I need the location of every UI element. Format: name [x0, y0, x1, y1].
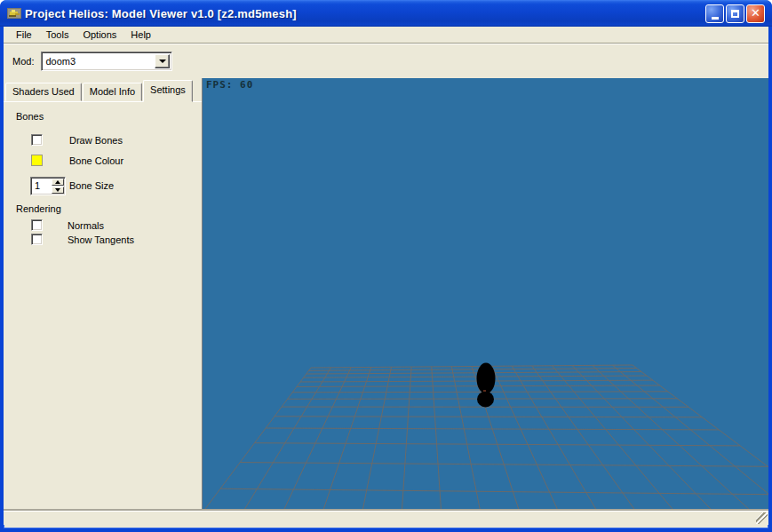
bone-size-down-button[interactable] — [52, 187, 64, 194]
tab-strip: Shaders Used Model Info Settings — [4, 78, 202, 101]
maximize-icon — [731, 10, 739, 18]
model-silhouette — [203, 78, 768, 511]
draw-bones-checkbox[interactable] — [31, 134, 43, 146]
show-tangents-label: Show Tangents — [68, 234, 134, 245]
tab-shaders-used[interactable]: Shaders Used — [5, 83, 82, 101]
title-bar[interactable]: Project Helios: Model Viewer v1.0 [z2.md… — [0, 0, 772, 27]
minimize-button[interactable] — [705, 4, 724, 23]
menu-file[interactable]: File — [9, 28, 39, 42]
model-viewport[interactable]: FPS: 60 — [203, 78, 768, 511]
maximize-button[interactable] — [726, 4, 744, 23]
status-bar — [4, 511, 768, 525]
menu-help[interactable]: Help — [123, 28, 158, 42]
mod-toolbar: Mod: doom3 — [4, 43, 768, 78]
tab-model-info[interactable]: Model Info — [83, 83, 142, 101]
menu-bar: File Tools Options Help — [4, 27, 768, 43]
normals-checkbox[interactable] — [31, 219, 43, 231]
bone-size-up-button[interactable] — [52, 179, 64, 186]
fps-counter: FPS: 60 — [206, 79, 253, 91]
menu-options[interactable]: Options — [76, 28, 123, 42]
minimize-icon — [712, 17, 719, 20]
menu-tools[interactable]: Tools — [39, 28, 76, 42]
mod-label: Mod: — [12, 56, 34, 67]
arrow-down-icon — [55, 188, 60, 192]
normals-label: Normals — [68, 220, 104, 231]
close-icon: ✕ — [751, 7, 760, 19]
mod-combobox-value: doom3 — [45, 56, 76, 67]
chevron-down-icon — [159, 60, 166, 63]
rendering-section-heading: Rendering — [16, 203, 61, 214]
mod-combobox[interactable]: doom3 — [41, 52, 172, 71]
bone-size-label: Bone Size — [69, 180, 114, 191]
app-icon — [7, 6, 21, 20]
mod-combobox-dropdown-button[interactable] — [155, 54, 170, 68]
arrow-up-icon — [55, 180, 60, 184]
bone-size-spinner[interactable]: 1 — [30, 177, 66, 195]
bone-colour-swatch[interactable] — [31, 155, 43, 166]
side-panel: Shaders Used Model Info Settings Bones D… — [4, 78, 203, 511]
bones-section-heading: Bones — [16, 111, 44, 122]
window-title: Project Helios: Model Viewer v1.0 [z2.md… — [25, 7, 705, 20]
tab-settings[interactable]: Settings — [143, 80, 193, 102]
show-tangents-checkbox[interactable] — [31, 234, 43, 245]
bone-colour-label: Bone Colour — [69, 155, 123, 166]
resize-grip[interactable] — [756, 512, 768, 524]
app-window: Project Helios: Model Viewer v1.0 [z2.md… — [0, 0, 772, 532]
close-button[interactable]: ✕ — [746, 4, 765, 23]
draw-bones-label: Draw Bones — [69, 135, 123, 146]
settings-panel: Bones Draw Bones Bone Colour 1 Bone Size… — [4, 101, 202, 509]
bone-size-value[interactable]: 1 — [31, 178, 52, 195]
